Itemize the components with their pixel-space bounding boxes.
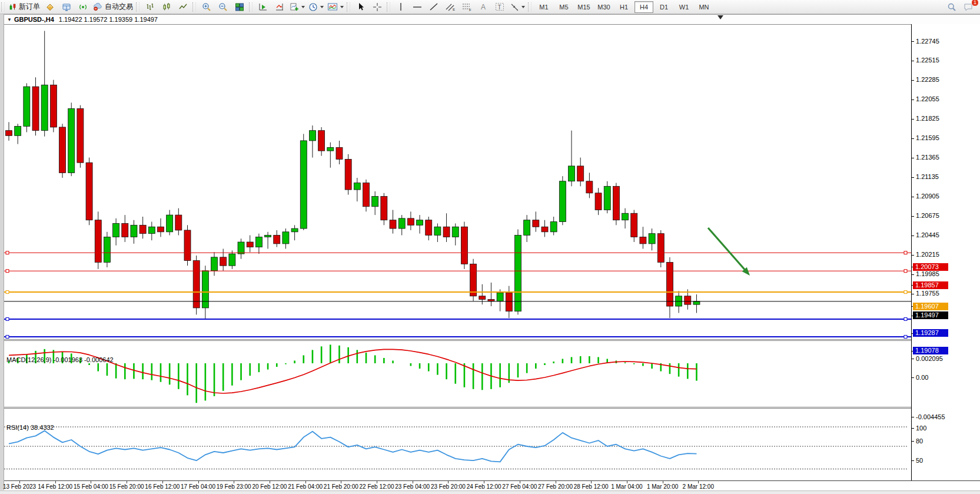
chart-shift-marker-icon[interactable]: [717, 15, 723, 19]
price-line-chip: 1.19857: [913, 281, 948, 289]
macd-values: -0.001963 -0.000642: [53, 356, 113, 363]
trendline-tool-button[interactable]: [426, 1, 442, 14]
zoom-in-button[interactable]: [198, 1, 215, 14]
chart-menu-dropdown-icon[interactable]: ▼: [7, 17, 12, 22]
auto-scroll-button[interactable]: [271, 1, 288, 14]
arrows-tool-button[interactable]: [508, 1, 527, 14]
chevron-down-icon: [521, 6, 525, 8]
panel-separators: [4, 340, 911, 409]
timeframe-M15[interactable]: M15: [574, 1, 593, 13]
notifications-button[interactable]: 1: [960, 1, 976, 14]
timeframe-D1[interactable]: D1: [655, 1, 673, 13]
price-axis-label: 1.20215: [916, 251, 939, 258]
auto-scroll-icon: [275, 2, 284, 12]
chevron-down-icon: [320, 6, 324, 8]
status-bar: [0, 490, 980, 494]
search-icon: [947, 2, 956, 12]
tile-windows-button[interactable]: [231, 1, 248, 14]
axis-tick: [912, 138, 914, 139]
text-tool-button[interactable]: A: [475, 1, 491, 14]
toolbar-right-group: 1: [944, 1, 976, 14]
new-chart-button[interactable]: [288, 1, 307, 14]
zoom-out-icon: [218, 2, 228, 12]
chart-surface[interactable]: [4, 24, 911, 480]
crosshair-tool-button[interactable]: [369, 1, 386, 14]
price-line-chip: 1.19287: [913, 329, 948, 337]
price-axis[interactable]: 1.227451.225151.222851.220551.218251.215…: [911, 24, 980, 480]
text-icon: A: [479, 2, 487, 11]
timeframe-MN[interactable]: MN: [695, 1, 713, 13]
label-tool-button[interactable]: T: [491, 1, 508, 14]
text-label-icon: T: [495, 2, 504, 11]
search-button[interactable]: [944, 1, 960, 14]
axis-tick: [912, 377, 914, 378]
vertical-line-tool-button[interactable]: [393, 1, 409, 14]
templates-button[interactable]: [325, 1, 346, 14]
autotrading-label: 自动交易: [105, 2, 133, 12]
macd-indicator-label: MACD(12,26,9) -0.001963 -0.000642: [6, 356, 114, 363]
time-axis[interactable]: 13 Feb 202314 Feb 12:0015 Feb 04:0015 Fe…: [4, 480, 980, 491]
timeframe-M5[interactable]: M5: [554, 1, 573, 13]
chart-title-symbol: GBPUSD-,H4: [14, 16, 54, 23]
chart-shift-icon: [258, 2, 268, 12]
chart-shift-button[interactable]: [255, 1, 271, 14]
autotrade-icon: [93, 2, 103, 11]
axis-tick: [912, 255, 914, 256]
time-axis-label: 15 Feb 04:00: [74, 483, 108, 490]
bar-chart-mode-button[interactable]: [142, 1, 158, 14]
time-axis-label: 21 Feb 04:00: [288, 483, 323, 490]
clock-icon: [308, 2, 318, 12]
price-line-chip: 1.20073: [913, 263, 948, 271]
svg-text:A: A: [481, 3, 486, 11]
candlestick-mode-button[interactable]: [158, 1, 175, 14]
candlestick-chart-icon: [162, 2, 171, 12]
timeframe-W1[interactable]: W1: [675, 1, 693, 13]
equidistant-channel-tool-button[interactable]: E: [442, 1, 459, 14]
price-axis-label: 1.20445: [916, 231, 939, 239]
timeframe-H4[interactable]: H4: [634, 1, 653, 13]
line-chart-mode-button[interactable]: [175, 1, 191, 14]
profiles-icon: [62, 2, 71, 12]
time-axis-label: 1 Mar 04:00: [611, 483, 642, 490]
chart-window: ▼ GBPUSD-,H4 1.19422 1.19572 1.19359 1.1…: [4, 14, 980, 491]
profiles-button[interactable]: [58, 1, 75, 14]
down-arrow-annotation: [708, 228, 750, 276]
chart-title-ohlc: 1.19422 1.19572 1.19359 1.19497: [59, 16, 158, 23]
market-watch-button[interactable]: [42, 1, 58, 14]
chart-title-bar: ▼ GBPUSD-,H4 1.19422 1.19572 1.19359 1.1…: [4, 15, 980, 25]
notification-badge: 1: [971, 0, 979, 6]
time-axis-label: 13 Feb 2023: [3, 483, 36, 490]
new-order-button[interactable]: 新订单: [7, 1, 42, 14]
axis-tick: [912, 119, 914, 120]
rsi-panel: [4, 427, 907, 469]
zoom-out-button[interactable]: [215, 1, 231, 14]
axis-tick: [912, 274, 914, 275]
horizontal-line-tool-button[interactable]: [409, 1, 426, 14]
time-axis-label: 28 Feb 12:00: [574, 483, 609, 490]
fibonacci-tool-button[interactable]: F: [459, 1, 475, 14]
arrows-icon: [510, 2, 519, 11]
mt4-application: 新订单: [0, 0, 980, 494]
new-chart-icon: [290, 2, 299, 12]
timeframe-M30[interactable]: M30: [594, 1, 613, 13]
cursor-tool-button[interactable]: [353, 1, 369, 14]
price-axis-label: 1.22515: [916, 57, 939, 64]
toolbar-grip: [1, 2, 5, 12]
autotrading-button[interactable]: 自动交易: [91, 1, 135, 14]
timeframe-M1[interactable]: M1: [534, 1, 553, 13]
time-axis-label: 14 Feb 12:00: [38, 483, 72, 490]
axis-tick: [912, 428, 914, 429]
price-axis-label: 1.21825: [916, 115, 939, 122]
timeframe-group: M1M5M15M30H1H4D1W1MN: [534, 1, 714, 13]
window-left-edge: [0, 14, 4, 490]
signals-button[interactable]: [75, 1, 91, 14]
axis-tick: [912, 441, 914, 442]
main-toolbar: 新订单: [0, 0, 980, 14]
timeframe-H1[interactable]: H1: [614, 1, 633, 13]
tile-windows-icon: [235, 2, 244, 12]
rsi-name: RSI(14): [6, 424, 29, 431]
axis-tick: [912, 197, 914, 197]
periods-button[interactable]: [307, 1, 325, 14]
time-axis-label: 19 Feb 23:00: [217, 483, 251, 490]
axis-tick: [912, 177, 914, 178]
